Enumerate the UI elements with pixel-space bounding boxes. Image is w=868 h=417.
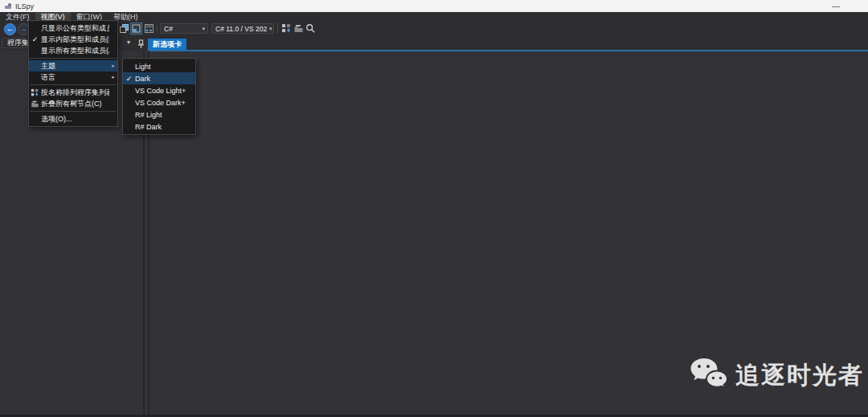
search-icon[interactable] [305,23,316,34]
tab-new-tab[interactable]: 新选项卡 [148,39,186,50]
menu-item-theme-dark[interactable]: ✓ Dark [123,72,195,84]
menu-item-show-internal[interactable]: ✓ 显示内部类型和成员(I) [29,34,117,45]
panel-layout-icon[interactable] [144,23,154,34]
check-icon: ✓ [123,75,135,83]
title-bar: ILSpy [0,0,868,12]
collapse-nodes-icon [29,100,41,108]
compiler-version-value: C# 11.0 / VS 202 [215,25,267,33]
menu-item-sort-assemblies[interactable]: 按名称排列程序集列表(L) [29,87,117,98]
view-menu-popup: 只显示公有类型和成员(P) ✓ 显示内部类型和成员(I) 显示所有类型和成员(A… [28,20,118,127]
menu-item-theme-vscode-dark[interactable]: VS Code Dark+ [123,96,195,108]
language-dropdown[interactable]: C# ▾ [160,23,208,34]
toolbar: ← → C# ▾ C# 11.0 / VS 202 ▾ [0,22,868,36]
submenu-arrow-icon: ▸ [109,63,117,69]
chevron-down-icon: ▾ [199,26,205,32]
watermark-text: 追逐时光者 [735,359,864,392]
toolbar-separator [277,23,278,34]
sort-assemblies-icon [29,88,41,97]
menu-item-theme-light[interactable]: Light [123,60,195,72]
language-dropdown-value: C# [164,25,173,33]
menu-item-theme-rsharp-dark[interactable]: R# Dark [123,121,195,133]
menu-item-theme[interactable]: 主题 ▸ [29,60,117,72]
sort-assemblies-icon[interactable] [281,23,292,34]
chevron-down-icon: ▾ [267,26,272,32]
menu-bar: 文件(F) 视图(V) 窗口(W) 帮助(H) [0,12,868,22]
dock-panel-toggle-icon[interactable] [130,22,142,35]
cascade-windows-icon[interactable] [119,23,129,34]
tab-strip-row: 程序集 ▾ 新选项卡 [0,36,868,51]
back-button[interactable]: ← [4,23,16,35]
menu-separator [30,58,117,59]
menu-separator [30,84,117,85]
submenu-arrow-icon: ▸ [109,74,117,80]
check-icon: ✓ [29,35,41,43]
menu-item-show-all[interactable]: 显示所有类型和成员(A) [29,45,117,56]
menu-item-language[interactable]: 语言 ▸ [29,72,117,83]
compiler-version-dropdown[interactable]: C# 11.0 / VS 202 ▾ [211,23,274,34]
wechat-logo-icon [690,357,728,394]
theme-submenu-popup: Light ✓ Dark VS Code Light+ VS Code Dark… [122,58,196,135]
window-title: ILSpy [15,2,34,10]
menu-item-options[interactable]: 选项(O)... [29,113,117,125]
watermark: 追逐时光者 [690,357,864,394]
menu-item-theme-vscode-light[interactable]: VS Code Light+ [123,84,195,96]
minimize-button[interactable]: — [828,0,844,11]
ilspy-app-icon [4,2,12,10]
collapse-nodes-icon[interactable] [293,23,304,34]
menu-separator [30,111,117,112]
menu-item-theme-rsharp-light[interactable]: R# Light [123,108,195,121]
menu-item-show-public-only[interactable]: 只显示公有类型和成员(P) [29,22,117,34]
toolbar-separator [157,23,158,34]
menu-item-collapse-nodes[interactable]: 折叠所有树节点(C) [29,98,117,109]
chevron-down-icon[interactable]: ▾ [127,39,130,46]
